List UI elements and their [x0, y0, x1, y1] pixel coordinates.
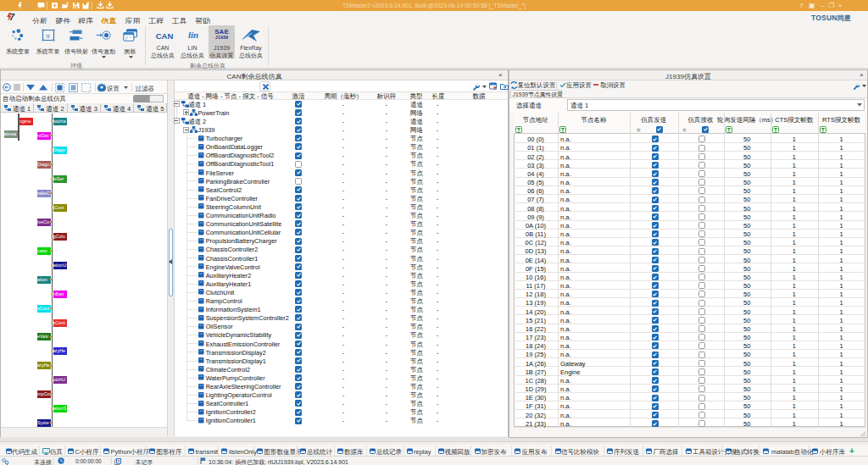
svg-text:π: π [46, 31, 50, 40]
